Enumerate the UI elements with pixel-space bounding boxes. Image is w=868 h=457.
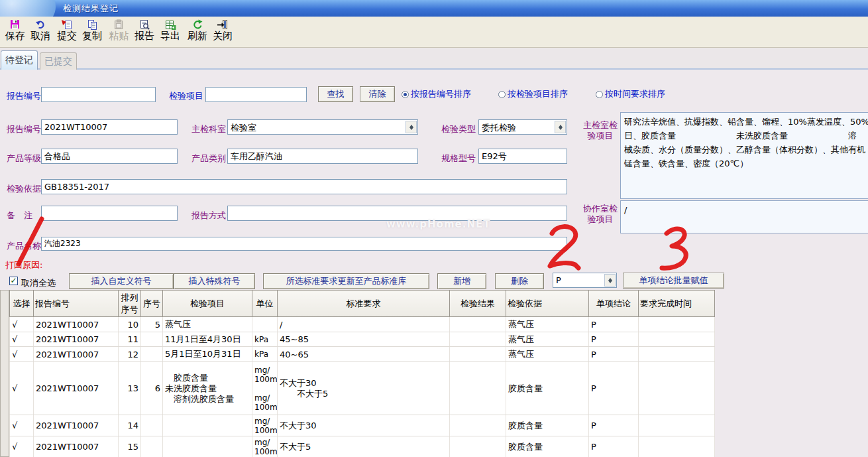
cancel-button[interactable]: 取消 <box>28 19 53 46</box>
report-button[interactable]: 报告 <box>132 19 157 46</box>
row-seq-no-cell[interactable] <box>141 415 163 436</box>
search-report-no-input[interactable] <box>41 87 156 102</box>
spinner-icon[interactable] <box>604 274 616 287</box>
row-result-cell[interactable] <box>450 362 506 415</box>
row-report-no-cell[interactable]: 2021WT10007 <box>34 415 119 436</box>
row-unit-cell[interactable] <box>252 317 278 332</box>
row-arrange-no-cell[interactable]: 12 <box>119 347 141 362</box>
row-result-cell[interactable] <box>450 415 506 436</box>
clear-button[interactable]: 清除 <box>360 86 395 102</box>
row-item-cell[interactable] <box>163 436 252 457</box>
row-report-no-cell[interactable]: 2021WT10007 <box>34 362 119 415</box>
row-check-cell[interactable]: √ <box>10 436 34 457</box>
row-unit-cell[interactable]: mg/ 100mL <box>252 415 278 436</box>
row-seq-no-cell[interactable]: 6 <box>141 362 163 415</box>
row-conclusion-cell[interactable]: P <box>589 317 639 332</box>
row-std-req-cell[interactable]: / <box>278 317 450 332</box>
row-basis-cell[interactable]: 胶质含量 <box>506 415 589 436</box>
row-unit-cell[interactable]: mg/ 100mL <box>252 436 278 457</box>
row-report-no-cell[interactable]: 2021WT10007 <box>34 317 119 332</box>
row-item-cell[interactable]: 蒸气压 <box>163 317 252 332</box>
refresh-button[interactable]: 刷新 <box>185 19 210 46</box>
row-std-req-cell[interactable]: 45~85 <box>278 332 450 347</box>
close-button[interactable]: 关闭 <box>210 19 235 46</box>
row-report-no-cell[interactable]: 2021WT10007 <box>34 436 119 457</box>
row-item-cell[interactable]: 胶质含量 未洗胶质含量 溶剂洗胶质含量 <box>163 362 252 415</box>
update-standard-button[interactable]: 所选标准要求更新至产品标准库 <box>263 273 429 289</box>
submit-button[interactable]: 提交 <box>54 19 80 46</box>
delete-button[interactable]: 删除 <box>495 273 544 289</box>
search-item-input[interactable] <box>205 87 307 102</box>
row-basis-cell[interactable]: 胶质含量 <box>506 362 589 415</box>
row-item-cell[interactable]: 11月1日至4月30日 <box>163 332 252 347</box>
row-arrange-no-cell[interactable]: 15 <box>119 436 141 457</box>
product-name-field[interactable] <box>41 237 567 251</box>
row-basis-cell[interactable]: 蒸气压 <box>506 347 589 362</box>
row-seq-no-cell[interactable] <box>141 332 163 347</box>
row-result-cell[interactable] <box>450 317 506 332</box>
tab-pending-registration[interactable]: 待登记 <box>1 50 38 70</box>
conclusion-combo[interactable]: P <box>553 273 617 288</box>
row-conclusion-cell[interactable]: P <box>589 347 639 362</box>
row-unit-cell[interactable]: kPa <box>252 347 278 362</box>
export-button[interactable]: 导出 <box>158 19 183 46</box>
row-report-no-cell[interactable]: 2021WT10007 <box>34 332 119 347</box>
row-check-cell[interactable]: √ <box>10 317 34 332</box>
row-seq-no-cell[interactable]: 5 <box>141 317 163 332</box>
row-conclusion-cell[interactable]: P <box>589 415 639 436</box>
row-due-cell[interactable] <box>639 332 715 347</box>
insert-custom-symbol-button[interactable]: 插入自定义符号 <box>69 273 174 289</box>
row-conclusion-cell[interactable]: P <box>589 362 639 415</box>
row-basis-cell[interactable]: 胶质含量 <box>506 436 589 457</box>
row-due-cell[interactable] <box>639 347 715 362</box>
row-report-no-cell[interactable]: 2021WT10007 <box>34 347 119 362</box>
spec-model-field[interactable] <box>478 149 567 164</box>
row-std-req-cell[interactable]: 不大于5 <box>278 436 450 457</box>
spinner-icon[interactable] <box>555 121 566 133</box>
row-item-cell[interactable]: 5月1日至10月31日 <box>163 347 252 362</box>
basis-field[interactable] <box>41 179 567 194</box>
save-button[interactable]: 保存 <box>3 19 28 46</box>
radio-sort-by-item[interactable]: 按检验项目排序 <box>498 88 568 100</box>
tab-submitted[interactable]: 已提交 <box>40 52 77 70</box>
row-result-cell[interactable] <box>450 347 506 362</box>
row-result-cell[interactable] <box>450 436 506 457</box>
batch-assign-button[interactable]: 单项结论批量赋值 <box>623 273 724 289</box>
main-items-panel[interactable]: 研究法辛烷值、抗爆指数、铅含量、馏程、10%蒸发温度、50%蒸 日、胶质含量 未… <box>620 112 868 199</box>
report-no-field[interactable] <box>41 119 178 135</box>
row-std-req-cell[interactable]: 不大于30 <box>278 415 450 436</box>
row-arrange-no-cell[interactable]: 14 <box>119 415 141 436</box>
copy-button[interactable]: 复制 <box>80 19 105 46</box>
row-check-cell[interactable]: √ <box>10 332 34 347</box>
row-item-cell[interactable] <box>163 415 252 436</box>
category-field[interactable] <box>227 149 418 164</box>
row-basis-cell[interactable]: 蒸气压 <box>506 332 589 347</box>
radio-sort-by-time[interactable]: 按时间要求排序 <box>596 88 665 100</box>
row-seq-no-cell[interactable] <box>141 347 163 362</box>
inspect-type-combo[interactable]: 委托检验 <box>478 119 567 135</box>
spinner-icon[interactable] <box>406 121 417 133</box>
row-result-cell[interactable] <box>450 332 506 347</box>
collab-items-panel[interactable]: / <box>620 200 868 233</box>
row-due-cell[interactable] <box>639 415 715 436</box>
row-arrange-no-cell[interactable]: 13 <box>119 362 141 415</box>
row-unit-cell[interactable]: mg/ 100mL mg/ 100mL <box>252 362 278 415</box>
row-unit-cell[interactable]: kPa <box>252 332 278 347</box>
row-check-cell[interactable]: √ <box>10 415 34 436</box>
row-arrange-no-cell[interactable]: 11 <box>119 332 141 347</box>
main-dept-combo[interactable]: 检验室 <box>227 119 418 135</box>
grade-field[interactable] <box>41 149 178 164</box>
row-basis-cell[interactable]: 蒸气压 <box>506 317 589 332</box>
remark-field[interactable] <box>41 206 178 221</box>
row-due-cell[interactable] <box>639 436 715 457</box>
add-button[interactable]: 新增 <box>437 273 486 289</box>
uncheck-all-checkbox[interactable]: ✓ <box>9 277 18 285</box>
row-seq-no-cell[interactable] <box>141 436 163 457</box>
insert-special-symbol-button[interactable]: 插入特殊符号 <box>174 273 255 289</box>
row-std-req-cell[interactable]: 不大于30 不大于5 <box>278 362 450 415</box>
row-due-cell[interactable] <box>639 317 715 332</box>
row-conclusion-cell[interactable]: P <box>589 436 639 457</box>
row-std-req-cell[interactable]: 40~65 <box>278 347 450 362</box>
find-button[interactable]: 查找 <box>318 86 353 102</box>
radio-sort-by-report-no[interactable]: 按报告编号排序 <box>402 88 471 100</box>
